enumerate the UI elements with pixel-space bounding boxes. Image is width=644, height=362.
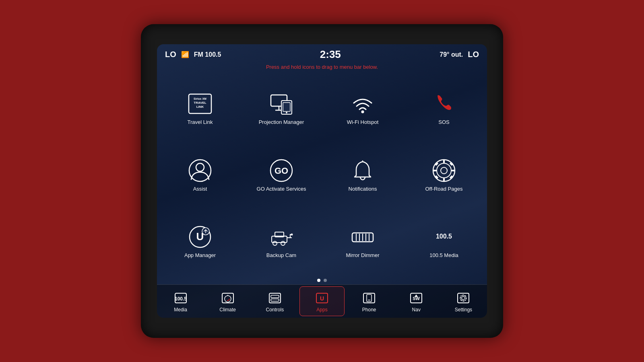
nav-item-media[interactable]: 100.5 Media [158,286,203,316]
offroad-label: Off-Road Pages [425,186,463,192]
svg-rect-18 [443,160,445,163]
assist-label: Assist [193,186,207,192]
wifi-hotspot-label: Wi-Fi Hotspot [347,119,379,125]
nav-nav-label: Nav [412,307,421,313]
svg-rect-21 [452,170,455,171]
mirror-dimmer-label: Mirror Dimmer [346,252,379,259]
clock-display: 2:35 [320,48,341,61]
app-item-mirror-dimmer[interactable]: Mirror Dimmer [324,210,402,273]
svg-text:TRAVEL: TRAVEL [194,101,206,105]
nav-item-apps[interactable]: U Apps [299,286,344,316]
mirror-dimmer-icon [350,224,376,250]
app-item-travel-link[interactable]: Sirius XM TRAVEL LINK Travel Link [161,76,239,140]
media-100-icon: 100.5 [431,224,457,250]
svg-point-34 [291,234,293,236]
travel-link-label: Travel Link [187,119,213,125]
svg-rect-49 [271,295,279,298]
notifications-icon [350,158,376,183]
nav-item-settings[interactable]: Settings [441,286,486,316]
media-100-label: 100.5 Media [429,252,458,259]
svg-text:U: U [320,295,324,302]
status-bar: LO 📶 FM 100.5 2:35 79° out. LO [157,44,487,63]
temperature-label: 79° out. [440,51,463,58]
app-manager-label: App Manager [184,252,216,259]
page-dot-2 [324,279,327,282]
phone-nav-label: Phone [362,307,376,313]
lo-right-label: LO [468,50,479,59]
svg-rect-54 [367,294,372,302]
projection-manager-icon [268,91,294,117]
app-item-offroad[interactable]: Off-Road Pages [405,143,483,207]
app-item-media[interactable]: 100.5 100.5 Media [405,210,483,273]
svg-text:100.5: 100.5 [436,233,452,240]
assist-icon [187,158,213,183]
climate-nav-icon [221,291,235,305]
nav-item-controls[interactable]: Controls [252,286,297,316]
apps-nav-label: Apps [316,307,327,313]
svg-point-32 [281,241,285,245]
settings-nav-label: Settings [455,307,472,313]
apps-nav-icon: U [315,291,329,305]
sos-label: SOS [438,119,449,125]
svg-point-16 [437,163,451,178]
app-item-assist[interactable]: Assist [161,143,239,207]
hint-text: Press and hold icons to drag to menu bar… [157,63,487,73]
svg-rect-19 [443,178,445,181]
backup-cam-label: Backup Cam [266,252,296,259]
svg-point-17 [441,167,447,174]
app-item-notifications[interactable]: Notifications [324,143,402,207]
media-nav-label: Media [174,307,187,313]
phone-nav-icon [362,291,376,305]
car-display-bezel: LO 📶 FM 100.5 2:35 79° out. LO Press and… [141,24,503,338]
app-item-projection-manager[interactable]: Projection Manager [242,76,320,140]
app-item-backup-cam[interactable]: Backup Cam [242,210,320,273]
radio-label: FM 100.5 [194,51,221,58]
go-activate-label: GO Activate Services [257,186,306,192]
next-page-arrow[interactable]: › [487,173,487,185]
nav-item-nav[interactable]: SW Nav [394,286,439,316]
app-item-go-activate[interactable]: GO GO Activate Services [242,143,320,207]
nav-item-climate[interactable]: Climate [205,286,250,316]
go-activate-icon: GO [268,158,294,183]
backup-cam-icon [268,224,294,250]
notifications-label: Notifications [349,186,377,192]
svg-text:GO: GO [275,166,288,176]
controls-nav-label: Controls [266,307,284,313]
svg-text:LINK: LINK [196,105,204,109]
svg-point-46 [226,297,229,300]
app-grid: Sirius XM TRAVEL LINK Travel Link [161,73,483,276]
infotainment-screen: LO 📶 FM 100.5 2:35 79° out. LO Press and… [157,44,487,318]
svg-rect-20 [433,170,436,171]
offroad-icon [431,158,457,183]
page-dot-1 [317,279,320,282]
nav-bar: 100.5 Media Climate [157,284,487,318]
nav-nav-icon: SW [409,291,423,305]
climate-nav-label: Climate [219,307,236,313]
app-item-wifi-hotspot[interactable]: Wi-Fi Hotspot [324,76,402,140]
main-content: Sirius XM TRAVEL LINK Travel Link [157,73,487,284]
svg-point-12 [196,163,204,171]
projection-manager-label: Projection Manager [259,119,304,125]
svg-point-45 [225,296,231,302]
sos-icon [431,91,457,117]
status-right: 79° out. LO [440,50,479,59]
svg-point-31 [273,241,277,245]
svg-text:Sirius XM: Sirius XM [194,97,206,100]
status-left: LO 📶 FM 100.5 [165,50,221,59]
signal-icon: 📶 [181,51,189,58]
app-item-app-manager[interactable]: U App Manager [161,210,239,273]
svg-point-10 [361,111,364,113]
app-item-sos[interactable]: SOS [405,76,483,140]
nav-item-phone[interactable]: Phone [347,286,392,316]
media-nav-icon: 100.5 [173,291,188,305]
svg-marker-58 [415,294,418,297]
settings-nav-icon [456,291,471,305]
app-manager-icon: U [187,224,213,250]
svg-text:100.5: 100.5 [175,296,187,302]
controls-nav-icon [268,291,282,305]
page-indicator [161,276,483,284]
lo-left-label: LO [165,50,176,59]
svg-rect-50 [271,299,279,301]
svg-point-9 [286,112,287,113]
svg-point-60 [462,296,465,300]
